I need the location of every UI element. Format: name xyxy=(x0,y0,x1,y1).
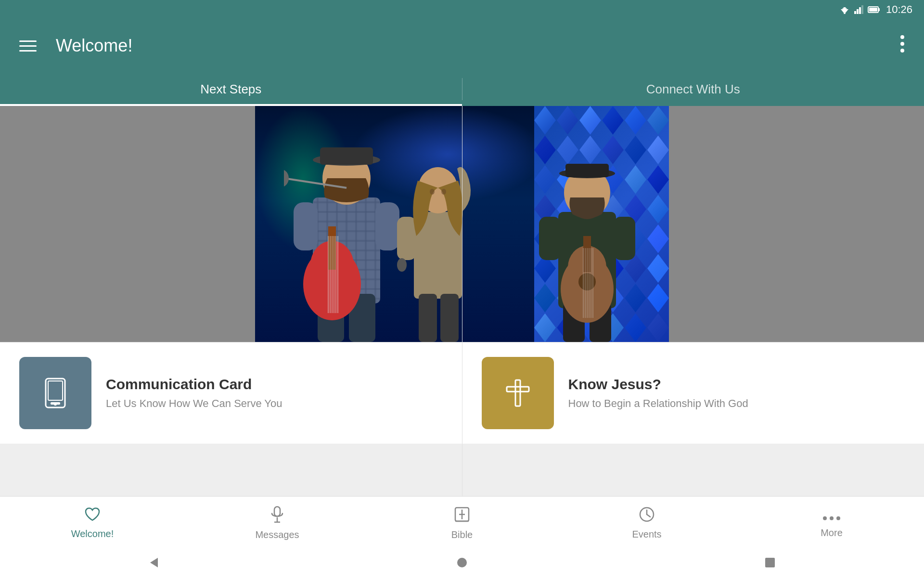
svg-rect-68 xyxy=(507,387,529,392)
battery-icon xyxy=(868,6,880,13)
communication-card-subtitle: Let Us Know How We Can Serve You xyxy=(106,397,282,410)
wifi-icon xyxy=(839,5,850,14)
svg-point-81 xyxy=(836,516,840,520)
know-jesus-card-text: Know Jesus? How to Begin a Relationship … xyxy=(568,376,748,410)
performer-center xyxy=(390,149,486,342)
phone-icon xyxy=(38,376,72,410)
svg-rect-41 xyxy=(440,294,459,342)
status-icons xyxy=(839,5,880,14)
dots-icon xyxy=(823,507,840,524)
communication-card-title: Communication Card xyxy=(106,376,282,393)
cross-icon xyxy=(501,376,535,410)
back-button[interactable] xyxy=(147,556,161,571)
svg-rect-46 xyxy=(539,217,561,260)
communication-card-item[interactable]: Communication Card Let Us Know How We Ca… xyxy=(0,342,462,444)
nav-more[interactable]: More xyxy=(739,497,924,549)
heart-icon xyxy=(84,507,101,525)
svg-point-3 xyxy=(844,13,846,14)
svg-marker-82 xyxy=(150,558,158,567)
nav-events-label: Events xyxy=(632,529,661,540)
home-icon xyxy=(455,556,469,569)
system-nav xyxy=(0,549,924,578)
svg-rect-64 xyxy=(48,381,63,400)
nav-bible-label: Bible xyxy=(451,529,473,540)
main-content: Communication Card Let Us Know How We Ca… xyxy=(0,106,924,515)
nav-events[interactable]: Events xyxy=(554,497,739,549)
menu-button[interactable] xyxy=(14,36,41,56)
svg-rect-69 xyxy=(274,507,280,516)
app-title: Welcome! xyxy=(56,36,895,56)
svg-rect-16 xyxy=(294,202,318,250)
nav-messages[interactable]: Messages xyxy=(185,497,370,549)
svg-point-44 xyxy=(441,189,446,195)
home-button[interactable] xyxy=(455,556,469,571)
svg-rect-22 xyxy=(320,147,373,165)
back-icon xyxy=(147,556,161,569)
know-jesus-icon-box xyxy=(482,357,554,429)
svg-point-83 xyxy=(457,558,467,567)
hamburger-icon xyxy=(19,40,37,52)
more-vert-button[interactable] xyxy=(895,28,910,63)
svg-rect-7 xyxy=(861,5,863,14)
svg-point-12 xyxy=(900,42,904,46)
know-jesus-card-item[interactable]: Know Jesus? How to Begin a Relationship … xyxy=(462,342,924,444)
svg-rect-84 xyxy=(765,558,775,567)
nav-welcome-label: Welcome! xyxy=(71,528,114,539)
app-bar: Welcome! xyxy=(0,19,924,72)
svg-point-43 xyxy=(430,189,435,195)
svg-rect-5 xyxy=(857,9,859,14)
svg-rect-67 xyxy=(515,380,520,406)
clock-icon xyxy=(639,506,655,525)
nav-bible[interactable]: Bible xyxy=(370,497,554,549)
svg-rect-6 xyxy=(859,7,861,14)
svg-rect-9 xyxy=(878,8,880,11)
communication-card-icon-box xyxy=(19,357,91,429)
nav-more-label: More xyxy=(821,527,843,539)
svg-point-13 xyxy=(900,49,904,53)
signal-icon xyxy=(854,5,864,14)
performer-right xyxy=(534,159,640,342)
svg-point-66 xyxy=(54,403,57,406)
svg-rect-47 xyxy=(614,217,635,260)
svg-rect-10 xyxy=(869,8,877,12)
svg-point-79 xyxy=(823,516,827,520)
svg-point-24 xyxy=(284,170,289,187)
svg-rect-38 xyxy=(397,217,416,260)
bottom-nav: Welcome! Messages Bible xyxy=(0,496,924,549)
svg-rect-40 xyxy=(419,294,437,342)
nav-welcome[interactable]: Welcome! xyxy=(0,497,185,549)
recent-button[interactable] xyxy=(763,556,777,571)
status-bar: 10:26 xyxy=(0,0,924,19)
svg-rect-4 xyxy=(854,11,856,14)
nav-messages-label: Messages xyxy=(255,529,299,540)
know-jesus-card-title: Know Jesus? xyxy=(568,376,748,393)
svg-rect-52 xyxy=(565,164,609,177)
bible-icon xyxy=(454,506,470,525)
recent-icon xyxy=(763,556,777,569)
tab-bar: Next Steps Connect With Us xyxy=(0,72,924,106)
svg-point-80 xyxy=(830,516,834,520)
tab-next-steps[interactable]: Next Steps xyxy=(0,72,462,106)
status-time: 10:26 xyxy=(886,3,912,16)
tab-connect-with-us[interactable]: Connect With Us xyxy=(462,72,924,106)
more-vert-icon xyxy=(900,33,905,54)
communication-card-text: Communication Card Let Us Know How We Ca… xyxy=(106,376,282,410)
svg-point-11 xyxy=(900,35,904,39)
svg-line-78 xyxy=(647,514,650,517)
know-jesus-card-subtitle: How to Begin a Relationship With God xyxy=(568,397,748,410)
svg-point-39 xyxy=(397,258,407,272)
mic-icon xyxy=(270,506,284,525)
content-divider xyxy=(462,106,462,515)
